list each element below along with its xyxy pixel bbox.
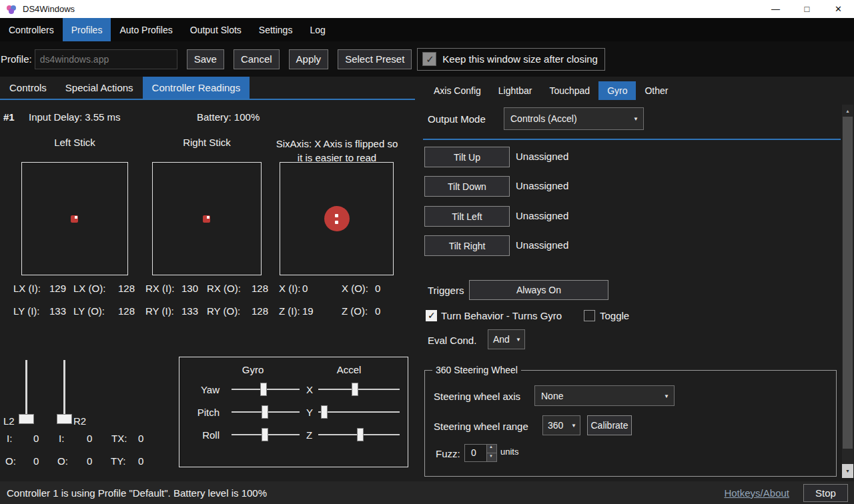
r2-label: R2 — [73, 415, 86, 427]
scroll-down-icon[interactable] — [842, 464, 853, 478]
slider-handle[interactable] — [321, 405, 328, 419]
reading-label: RY (I): — [145, 305, 174, 317]
tab-other[interactable]: Other — [636, 81, 677, 100]
steering-axis-value: None — [541, 391, 563, 401]
battery-level: Battery: 100% — [197, 111, 260, 123]
tab-lightbar[interactable]: Lightbar — [490, 81, 541, 100]
gyro-pitch-slider[interactable] — [232, 405, 300, 419]
accel-header: Accel — [322, 364, 376, 375]
gyro-yaw-slider[interactable] — [232, 382, 300, 397]
gyro-pitch-label: Pitch — [185, 407, 220, 418]
steering-axis-dropdown[interactable]: None — [534, 385, 675, 406]
spinner-down-icon[interactable] — [487, 453, 496, 461]
output-mode-label: Output Mode — [428, 113, 486, 125]
slider-handle[interactable] — [262, 428, 268, 441]
cancel-button[interactable]: Cancel — [234, 49, 280, 69]
reading-label: RX (I): — [145, 283, 174, 294]
steering-range-label: Steering wheel range — [434, 421, 528, 432]
status-message: Controller 1 is using Profile "Default".… — [7, 487, 267, 499]
output-mode-dropdown[interactable]: Controls (Accel) — [504, 107, 644, 130]
reading-value: 128 — [118, 283, 135, 294]
accel-x-slider[interactable] — [318, 382, 400, 397]
reading-label: RX (O): — [207, 283, 241, 294]
reading-label: X (I): — [279, 283, 301, 294]
slider-handle[interactable] — [262, 405, 268, 419]
reading-label: LY (O): — [73, 305, 105, 317]
apply-button[interactable]: Apply — [289, 49, 329, 69]
tab-auto-profiles[interactable]: Auto Profiles — [111, 18, 181, 41]
tab-axis-config[interactable]: Axis Config — [425, 81, 490, 100]
r2-slider-handle[interactable] — [57, 414, 72, 424]
main-tab-strip: Controllers Profiles Auto Profiles Outpu… — [0, 18, 854, 41]
tilt-right-button[interactable]: Tilt Right — [424, 235, 510, 256]
tab-controls[interactable]: Controls — [0, 77, 56, 99]
hotkeys-about-link[interactable]: Hotkeys/About — [724, 487, 789, 499]
calibrate-button[interactable]: Calibrate — [587, 415, 632, 435]
controller-number: #1 — [3, 111, 15, 123]
gyro-header: Gyro — [226, 364, 280, 375]
gyro-triggers-button[interactable]: Always On — [469, 280, 608, 300]
fuzz-units-label: units — [500, 447, 518, 457]
keep-window-size-option[interactable]: Keep this window size after closing — [417, 48, 605, 71]
tilt-left-button[interactable]: Tilt Left — [424, 206, 510, 227]
eval-cond-dropdown[interactable]: And — [488, 329, 525, 349]
tilt-up-button[interactable]: Tilt Up — [424, 147, 510, 167]
scrollbar-thumb[interactable] — [843, 117, 853, 449]
save-button[interactable]: Save — [187, 49, 224, 69]
tab-controllers[interactable]: Controllers — [0, 18, 63, 41]
spinner-up-icon[interactable] — [487, 445, 496, 453]
steering-wheel-group-title: 360 Steering Wheel — [432, 365, 521, 375]
profile-name-input[interactable] — [35, 49, 177, 69]
stop-button[interactable]: Stop — [803, 484, 848, 502]
close-icon[interactable]: ✕ — [823, 0, 854, 18]
trigger-label: O: — [5, 455, 16, 467]
slider-handle[interactable] — [357, 428, 364, 441]
reading-label: Z (O): — [342, 305, 368, 317]
fuzz-spinner[interactable]: 0 — [464, 444, 497, 462]
accel-z-label: Z — [306, 429, 312, 441]
reading-value: 128 — [252, 283, 268, 294]
main-content: Controls Special Actions Controller Read… — [0, 77, 854, 481]
tab-special-actions[interactable]: Special Actions — [56, 77, 143, 99]
gyro-settings-panel: Axis Config Lightbar Touchpad Gyro Other… — [423, 77, 854, 481]
reading-label: X (O): — [342, 283, 368, 294]
slider-handle[interactable] — [352, 383, 358, 396]
select-preset-button[interactable]: Select Preset — [338, 49, 412, 69]
right-panel-scrollbar[interactable] — [842, 105, 853, 478]
tilt-up-assignment: Unassigned — [516, 151, 568, 162]
reading-label: RY (O): — [207, 305, 240, 317]
reading-value: 0 — [375, 305, 380, 317]
tab-touchpad[interactable]: Touchpad — [540, 81, 598, 100]
minimize-icon[interactable]: — — [760, 0, 791, 18]
tab-log[interactable]: Log — [301, 18, 334, 41]
tab-output-slots[interactable]: Output Slots — [181, 18, 250, 41]
gyro-section-divider — [423, 139, 841, 140]
keep-window-size-checkbox[interactable] — [422, 52, 436, 66]
tilt-down-button[interactable]: Tilt Down — [424, 176, 510, 197]
tab-gyro[interactable]: Gyro — [598, 81, 636, 100]
fuzz-label: Fuzz: — [436, 448, 460, 459]
turn-behavior-label: Turn Behavior - Turns Gyro — [441, 310, 562, 321]
controller-readings-panel: Controls Special Actions Controller Read… — [0, 77, 420, 481]
reading-value: 19 — [302, 305, 314, 317]
tilt-right-assignment: Unassigned — [516, 239, 568, 251]
l2-slider-handle[interactable] — [19, 414, 34, 424]
tab-controller-readings[interactable]: Controller Readings — [143, 77, 250, 99]
gyro-roll-slider[interactable] — [232, 427, 300, 442]
accel-z-slider[interactable] — [318, 427, 400, 442]
tilt-left-assignment: Unassigned — [516, 210, 568, 221]
reading-label: LX (I): — [13, 283, 41, 294]
accel-y-label: Y — [306, 407, 313, 418]
tab-settings[interactable]: Settings — [250, 18, 302, 41]
toggle-checkbox[interactable] — [584, 310, 595, 321]
scroll-up-icon[interactable] — [842, 105, 853, 117]
turn-behavior-checkbox[interactable] — [426, 310, 437, 321]
maximize-icon[interactable]: □ — [791, 0, 823, 18]
tab-profiles[interactable]: Profiles — [63, 18, 111, 41]
accel-y-slider[interactable] — [318, 405, 400, 419]
slider-handle[interactable] — [260, 383, 267, 396]
title-bar: DS4Windows — □ ✕ — [0, 0, 854, 18]
steering-range-dropdown[interactable]: 360 — [542, 415, 580, 435]
profile-label: Profile: — [1, 53, 32, 65]
accel-x-label: X — [306, 384, 313, 395]
